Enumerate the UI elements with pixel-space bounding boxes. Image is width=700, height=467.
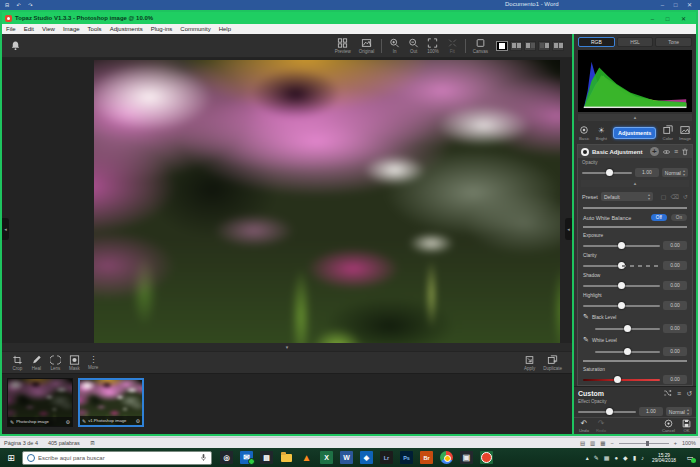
tray-chevron-icon[interactable]: ▴ — [586, 454, 589, 461]
saturation-slider[interactable] — [583, 379, 660, 381]
tray-volume-icon[interactable]: ♪ — [641, 455, 644, 461]
opacity-value[interactable]: 1.00 — [635, 168, 659, 177]
tab-tone[interactable]: Tone — [655, 37, 692, 47]
custom-menu-icon[interactable]: ≡ — [677, 390, 681, 397]
custom-blend-select[interactable]: Normal ▴▾ — [666, 407, 692, 416]
edited-image[interactable] — [94, 60, 560, 343]
menu-community[interactable]: Community — [180, 26, 210, 32]
crop-button[interactable]: Crop — [8, 355, 27, 371]
fit-button[interactable]: Fit — [443, 38, 462, 54]
gear-icon[interactable]: ⚙ — [66, 419, 70, 425]
effect-opacity-value[interactable]: 1.00 — [639, 407, 663, 416]
left-panel-collapse-handle[interactable]: ◂ — [2, 218, 9, 240]
awb-on-button[interactable]: On — [671, 214, 687, 221]
word-count[interactable]: 405 palabras — [48, 440, 80, 446]
filmstrip-thumbnail-original[interactable]: ✎ Photoshop image ⚙ — [7, 378, 73, 427]
taskbar-app-outlook[interactable]: ✉ — [240, 451, 253, 464]
tray-pen-icon[interactable]: ✎ — [594, 454, 599, 461]
mode-image-button[interactable]: Image — [679, 125, 691, 141]
view-side-by-side-button[interactable] — [538, 41, 550, 51]
mask-button[interactable]: Mask — [65, 355, 84, 371]
tray-battery-icon[interactable]: ▮ — [633, 454, 636, 461]
taskbar-app-vlc[interactable]: ▲ — [300, 451, 313, 464]
taskbar-app-security[interactable]: ◈ — [360, 451, 373, 464]
opacity-slider[interactable] — [582, 172, 632, 174]
mode-adjustments-button[interactable]: Adjustments — [613, 127, 656, 139]
taskbar-app-chrome[interactable] — [440, 451, 453, 464]
start-button[interactable]: ⊞ — [0, 453, 22, 463]
canvas-area[interactable]: ◂ ◂ — [2, 58, 572, 343]
app-window-controls[interactable]: – □ ✕ — [651, 15, 691, 22]
clarity-slider[interactable] — [583, 265, 660, 267]
zoom-in-control[interactable]: + — [674, 440, 677, 446]
awb-off-button[interactable]: Off — [651, 214, 667, 221]
taskbar-app-file-explorer[interactable] — [280, 451, 293, 464]
mode-basic-button[interactable]: Basic — [579, 125, 590, 141]
tray-display-icon[interactable]: ▦ — [604, 454, 610, 461]
zoom-in-button[interactable]: In — [385, 38, 404, 54]
taskbar-app-word[interactable]: W — [340, 451, 353, 464]
taskbar-app-bridge[interactable]: Br — [420, 451, 433, 464]
randomize-icon[interactable] — [663, 389, 672, 397]
taskbar-app-notes[interactable]: ▤ — [260, 451, 273, 464]
mode-bright-button[interactable]: ☀ Bright — [596, 126, 607, 141]
more-tools-button[interactable]: ⋮ More — [84, 355, 102, 370]
print-layout-icon[interactable]: ▥ — [590, 440, 595, 446]
zoom-percent[interactable]: 100% — [682, 440, 696, 446]
taskbar-search[interactable]: Escribe aquí para buscar — [22, 451, 212, 465]
exposure-slider[interactable] — [583, 245, 660, 247]
view-split-horizontal-button[interactable] — [510, 41, 522, 51]
zoom-100-button[interactable]: 100% — [423, 38, 443, 54]
undo-button[interactable]: ↶ Undo — [579, 420, 589, 433]
taskbar-app-photoshop[interactable]: Ps — [400, 451, 413, 464]
taskbar-app-photos[interactable]: ▣ — [460, 451, 473, 464]
ok-button[interactable]: OK — [682, 419, 691, 433]
page-indicator[interactable]: Página 3 de 4 — [4, 440, 38, 446]
view-top-bottom-button[interactable] — [552, 41, 564, 51]
menu-plugins[interactable]: Plug-ins — [151, 26, 173, 32]
delete-preset-icon[interactable]: ⌫ — [670, 193, 678, 200]
basic-adjustment-header[interactable]: Basic Adjustment + ≡ — [578, 145, 692, 158]
word-quick-access-icons[interactable]: ⊟ ↶ ↷ — [5, 2, 35, 8]
action-center-icon[interactable]: ▭ — [684, 452, 696, 464]
reset-preset-icon[interactable]: ↺ — [683, 193, 688, 200]
bell-icon[interactable] — [10, 37, 21, 55]
preset-select[interactable]: Default ▴▾ — [601, 192, 653, 201]
canvas-button[interactable]: Canvas — [469, 38, 492, 54]
taskbar-app-topaz-active[interactable] — [480, 451, 493, 464]
read-mode-icon[interactable]: ▤ — [580, 440, 585, 446]
effect-opacity-slider[interactable] — [578, 411, 636, 413]
visibility-eye-icon[interactable] — [662, 148, 671, 156]
cancel-button[interactable]: Cancel — [662, 419, 675, 433]
mode-color-button[interactable]: Color — [663, 125, 673, 141]
picker-pen-icon[interactable]: ✎ — [583, 313, 589, 321]
menu-adjustments[interactable]: Adjustments — [110, 26, 143, 32]
proofing-icon[interactable]: 🖹 — [90, 440, 96, 446]
menu-help[interactable]: Help — [219, 26, 231, 32]
taskbar-app-edge[interactable]: ◎ — [220, 451, 233, 464]
panel-menu-icon[interactable]: ≡ — [674, 148, 678, 155]
picker-pen-icon[interactable]: ✎ — [583, 336, 589, 344]
menu-file[interactable]: File — [6, 26, 16, 32]
highlight-slider[interactable] — [583, 305, 660, 307]
menu-edit[interactable]: Edit — [24, 26, 34, 32]
canvas-collapse-strip[interactable]: ▾ — [2, 343, 572, 351]
gear-icon[interactable]: ⚙ — [136, 418, 140, 424]
zoom-out-control[interactable]: − — [610, 440, 613, 446]
menu-tools[interactable]: Tools — [88, 26, 102, 32]
tab-hsl[interactable]: HSL — [617, 37, 654, 47]
histogram-collapse[interactable]: ▴ — [578, 114, 692, 121]
original-button[interactable]: Original — [355, 38, 379, 54]
blend-mode-select[interactable]: Normal ▴▾ — [662, 168, 688, 177]
trash-icon[interactable] — [681, 148, 689, 156]
ba-collapse[interactable]: ▴ — [581, 180, 689, 187]
redo-button[interactable]: ↷ Redo — [596, 420, 606, 433]
save-preset-icon[interactable]: ▢ — [661, 193, 667, 200]
apply-button[interactable]: Apply — [520, 355, 539, 371]
mic-icon[interactable] — [200, 453, 207, 462]
right-panel-collapse-handle[interactable]: ◂ — [565, 218, 572, 240]
menu-view[interactable]: View — [42, 26, 55, 32]
add-adjustment-icon[interactable]: + — [650, 147, 659, 156]
lens-button[interactable]: Lens — [46, 355, 65, 371]
zoom-out-button[interactable]: Out — [404, 38, 423, 54]
